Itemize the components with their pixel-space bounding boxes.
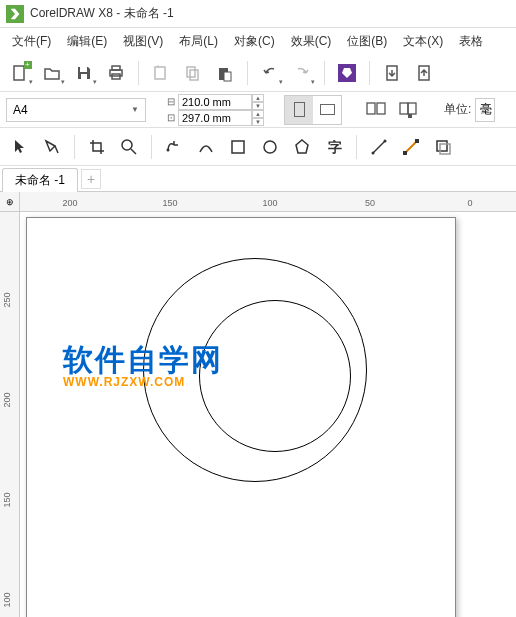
svg-text:字: 字 bbox=[328, 139, 342, 155]
svg-rect-2 bbox=[81, 74, 87, 79]
page-1: 软件自学网 WWW.RJZXW.COM bbox=[26, 217, 456, 617]
ellipse-tool[interactable] bbox=[256, 133, 284, 161]
separator bbox=[356, 135, 357, 159]
new-document-button[interactable]: ▾ bbox=[6, 59, 34, 87]
svg-rect-9 bbox=[190, 70, 198, 80]
ruler-vertical[interactable]: 250 200 150 100 bbox=[0, 212, 20, 617]
page-size-dropdown[interactable]: A4 ▼ bbox=[6, 98, 146, 122]
doc-tab-1[interactable]: 未命名 -1 bbox=[2, 168, 78, 192]
width-increment-button[interactable]: ▲ bbox=[252, 94, 264, 102]
ruler-h-label: 50 bbox=[365, 198, 375, 208]
menu-edit[interactable]: 编辑(E) bbox=[59, 30, 115, 53]
svg-rect-6 bbox=[155, 67, 165, 79]
landscape-button[interactable] bbox=[313, 96, 341, 124]
menu-text[interactable]: 文本(X) bbox=[395, 30, 451, 53]
svg-rect-23 bbox=[232, 141, 244, 153]
artistic-media-tool[interactable] bbox=[192, 133, 220, 161]
separator bbox=[74, 135, 75, 159]
menu-view[interactable]: 视图(V) bbox=[115, 30, 171, 53]
chevron-down-icon: ▾ bbox=[311, 78, 315, 86]
svg-rect-11 bbox=[224, 72, 231, 81]
text-tool[interactable]: 字 bbox=[320, 133, 348, 161]
titlebar: CorelDRAW X8 - 未命名 -1 bbox=[0, 0, 516, 28]
menu-table[interactable]: 表格 bbox=[451, 30, 491, 53]
watermark-text-cn: 软件自学网 bbox=[63, 345, 223, 375]
ruler-origin[interactable]: ⊕ bbox=[0, 192, 20, 212]
ruler-h-label: 0 bbox=[467, 198, 472, 208]
pick-tool[interactable] bbox=[6, 133, 34, 161]
height-decrement-button[interactable]: ▼ bbox=[252, 118, 264, 126]
connector-tool[interactable] bbox=[397, 133, 425, 161]
svg-point-24 bbox=[264, 141, 276, 153]
svg-point-27 bbox=[372, 151, 375, 154]
menu-file[interactable]: 文件(F) bbox=[4, 30, 59, 53]
rectangle-tool[interactable] bbox=[224, 133, 252, 161]
unit-dropdown[interactable]: 毫 bbox=[475, 98, 495, 122]
paste-button[interactable] bbox=[211, 59, 239, 87]
unit-label: 单位: bbox=[444, 101, 471, 118]
drawing-canvas[interactable]: 软件自学网 WWW.RJZXW.COM bbox=[20, 212, 516, 617]
property-bar: A4 ▼ ⊟ ▲ ▼ ⊡ ▲ ▼ 单位: 毫 bbox=[0, 92, 516, 128]
separator bbox=[369, 61, 370, 85]
dimension-tool[interactable] bbox=[365, 133, 393, 161]
width-icon: ⊟ bbox=[164, 96, 178, 107]
menu-object[interactable]: 对象(C) bbox=[226, 30, 283, 53]
menubar: 文件(F) 编辑(E) 视图(V) 布局(L) 对象(C) 效果(C) 位图(B… bbox=[0, 28, 516, 54]
svg-point-28 bbox=[384, 139, 387, 142]
standard-toolbar: ▾ ▾ ▾ ▾ ▾ bbox=[0, 54, 516, 92]
menu-bitmaps[interactable]: 位图(B) bbox=[339, 30, 395, 53]
canvas-area: 250 200 150 100 软件自学网 WWW.RJZXW.COM bbox=[0, 212, 516, 617]
chevron-down-icon: ▾ bbox=[93, 78, 97, 86]
menu-layout[interactable]: 布局(L) bbox=[171, 30, 226, 53]
toolbox: 字 bbox=[0, 128, 516, 166]
svg-point-20 bbox=[122, 140, 132, 150]
svg-rect-18 bbox=[408, 103, 416, 114]
ruler-horizontal[interactable]: ⊕ 200 150 100 50 0 bbox=[0, 192, 516, 212]
all-pages-button[interactable] bbox=[362, 96, 390, 124]
freehand-tool[interactable] bbox=[160, 133, 188, 161]
save-button[interactable]: ▾ bbox=[70, 59, 98, 87]
page-size-value: A4 bbox=[13, 103, 28, 117]
app-icon bbox=[6, 5, 24, 23]
chevron-down-icon: ▾ bbox=[279, 78, 283, 86]
crop-tool[interactable] bbox=[83, 133, 111, 161]
add-tab-button[interactable]: + bbox=[81, 169, 101, 189]
import-button[interactable] bbox=[378, 59, 406, 87]
cut-button bbox=[147, 59, 175, 87]
svg-rect-16 bbox=[377, 103, 385, 114]
ruler-h-label: 200 bbox=[62, 198, 77, 208]
unit-value: 毫 bbox=[480, 101, 492, 118]
page-dimensions-group: ⊟ ▲ ▼ ⊡ ▲ ▼ bbox=[164, 94, 264, 126]
separator bbox=[151, 135, 152, 159]
height-increment-button[interactable]: ▲ bbox=[252, 110, 264, 118]
menu-effects[interactable]: 效果(C) bbox=[283, 30, 340, 53]
svg-point-22 bbox=[167, 148, 170, 151]
ruler-v-label: 150 bbox=[2, 492, 12, 507]
ruler-v-label: 100 bbox=[2, 592, 12, 607]
svg-line-26 bbox=[373, 141, 385, 153]
svg-rect-17 bbox=[400, 103, 408, 114]
svg-rect-31 bbox=[415, 139, 419, 143]
watermark: 软件自学网 WWW.RJZXW.COM bbox=[63, 345, 223, 389]
svg-rect-1 bbox=[80, 67, 87, 72]
width-decrement-button[interactable]: ▼ bbox=[252, 102, 264, 110]
export-button[interactable] bbox=[410, 59, 438, 87]
ruler-h-label: 150 bbox=[162, 198, 177, 208]
shape-tool[interactable] bbox=[38, 133, 66, 161]
copy-button bbox=[179, 59, 207, 87]
drop-shadow-tool[interactable] bbox=[429, 133, 457, 161]
page-height-input[interactable] bbox=[178, 110, 252, 126]
chevron-down-icon: ▼ bbox=[131, 105, 139, 114]
svg-rect-0 bbox=[14, 66, 24, 80]
search-content-button[interactable] bbox=[333, 59, 361, 87]
redo-button: ▾ bbox=[288, 59, 316, 87]
current-page-button[interactable] bbox=[394, 96, 422, 124]
open-button[interactable]: ▾ bbox=[38, 59, 66, 87]
print-button[interactable] bbox=[102, 59, 130, 87]
undo-button[interactable]: ▾ bbox=[256, 59, 284, 87]
portrait-button[interactable] bbox=[285, 96, 313, 124]
zoom-tool[interactable] bbox=[115, 133, 143, 161]
page-width-input[interactable] bbox=[178, 94, 252, 110]
polygon-tool[interactable] bbox=[288, 133, 316, 161]
separator bbox=[324, 61, 325, 85]
